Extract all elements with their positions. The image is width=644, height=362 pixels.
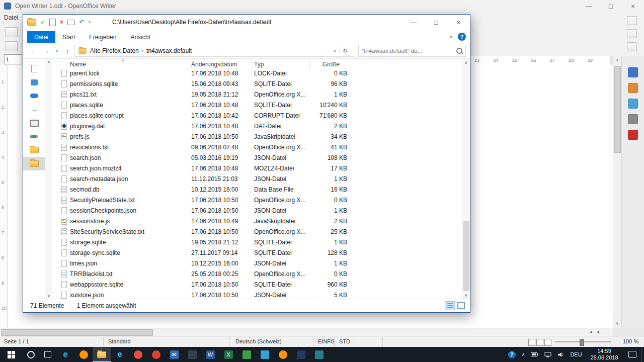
tray-help-button[interactable]: ? xyxy=(505,347,518,362)
list-scroll-down-icon[interactable]: ∨ xyxy=(462,293,470,298)
writer-minimize-icon[interactable]: — xyxy=(578,0,600,12)
list-scroll-thumb[interactable] xyxy=(463,221,469,291)
tray-language-indicator[interactable]: DEU xyxy=(568,347,585,362)
table-row[interactable]: webappsstore.sqlite 17.06.2018 10:50 SQL… xyxy=(52,279,462,290)
tab-ansicht[interactable]: Ansicht xyxy=(123,31,157,43)
taskbar-app-app-dark[interactable] xyxy=(183,347,201,362)
taskbar-app-edge[interactable]: e xyxy=(56,347,74,362)
writer-toolbar-icon-1[interactable] xyxy=(6,27,18,37)
table-row[interactable]: pkcs11.txt 19.05.2018 21:12 OpenOffice.o… xyxy=(52,89,462,100)
writer-scroll-up-icon[interactable]: ∧ xyxy=(613,56,621,64)
show-desktop-button[interactable] xyxy=(641,347,644,362)
nav-item-folder-tn4awsax-default[interactable] xyxy=(23,157,45,170)
writer-status-select-mode[interactable]: STD xyxy=(339,338,350,344)
tab-start[interactable]: Start xyxy=(55,31,82,43)
sidebar-gallery-icon[interactable] xyxy=(628,83,638,93)
nav-pane-scrollbar[interactable]: ∧ ∨ xyxy=(45,59,52,299)
table-row[interactable]: storage.sqlite 19.05.2018 21:12 SQLITE-D… xyxy=(52,237,462,247)
search-box[interactable]: "tn4awsax.default" du... xyxy=(358,45,466,57)
back-icon[interactable]: ← xyxy=(27,45,39,57)
writer-scroll-right-icon[interactable]: ► xyxy=(595,328,603,336)
table-row[interactable]: sessionCheckpoints.json 17.06.2018 10:50… xyxy=(52,205,462,216)
table-row[interactable]: storage-sync.sqlite 27.11.2017 09:14 SQL… xyxy=(52,247,462,258)
explorer-titlebar[interactable]: ✓ × ↶ ∨ C:\Users\User\Desktop\Alte Firef… xyxy=(23,15,470,30)
explorer-close-icon[interactable]: × xyxy=(447,15,470,30)
taskbar-app-firefox[interactable] xyxy=(74,347,93,362)
table-row[interactable]: secmod.db 10.12.2015 16:00 Data Base Fil… xyxy=(52,184,462,195)
sidebar-validity-icon[interactable] xyxy=(628,130,638,140)
table-row[interactable]: search-metadata.json 11.12.2015 21:03 JS… xyxy=(52,173,462,184)
copy-icon[interactable] xyxy=(49,19,56,26)
nav-item-network[interactable] xyxy=(23,130,45,143)
forward-icon[interactable]: → xyxy=(40,45,52,57)
taskbar-app-app-teal[interactable] xyxy=(310,347,328,362)
multi-page-view-icon[interactable] xyxy=(536,339,543,346)
writer-status-insert-mode[interactable]: EINFG xyxy=(318,338,335,344)
table-row[interactable]: TRRBlacklist.txt 25.05.2018 00:25 OpenOf… xyxy=(52,268,462,279)
writer-status-language[interactable]: Deutsch (Schweiz) xyxy=(235,338,282,344)
recent-locations-icon[interactable]: ∨ xyxy=(53,45,60,57)
tab-freigeben[interactable]: Freigeben xyxy=(82,31,123,43)
table-row[interactable]: times.json 10.12.2015 16:00 JSON-Datei 1… xyxy=(52,258,462,268)
taskbar-search-button[interactable] xyxy=(22,347,39,362)
breadcrumb-separator-icon[interactable]: › xyxy=(142,48,143,54)
tray-volume-button[interactable] xyxy=(554,347,568,362)
table-row[interactable]: SecurityPreloadState.txt 17.06.2018 10:5… xyxy=(52,195,462,205)
single-page-view-icon[interactable] xyxy=(528,339,535,346)
table-row[interactable]: search.json 05.03.2016 19:19 JSON-Datei … xyxy=(52,152,462,163)
taskbar-app-internet-explorer[interactable]: e xyxy=(111,347,129,362)
table-row[interactable]: revocations.txt 09.06.2018 07:48 OpenOff… xyxy=(52,142,462,152)
taskbar-app-mail[interactable]: ✉ xyxy=(165,347,183,362)
taskbar-app-app-green[interactable] xyxy=(237,347,256,362)
writer-zoom-icon[interactable] xyxy=(627,42,637,51)
breadcrumb-current[interactable]: tn4awsax.default xyxy=(146,47,192,54)
table-row[interactable]: permissions.sqlite 15.06.2018 09:43 SQLI… xyxy=(52,78,462,89)
up-icon[interactable]: ↑ xyxy=(61,45,73,57)
file-list-scrollbar[interactable]: ∧ ∨ xyxy=(462,59,470,299)
properties-check-icon[interactable]: ✓ xyxy=(40,19,45,26)
address-box[interactable]: Alte Firefox-Daten › tn4awsax.default ∨ … xyxy=(74,45,354,57)
nav-item-onedrive[interactable] xyxy=(23,89,45,103)
writer-horizontal-scrollbar[interactable]: ◄ ► xyxy=(0,328,613,336)
start-button[interactable] xyxy=(0,347,22,362)
taskbar-app-firefox-2[interactable] xyxy=(274,347,292,362)
zoom-slider-thumb[interactable] xyxy=(580,339,584,346)
tray-clock[interactable]: 14:59 25.06.2018 xyxy=(585,347,624,362)
table-row[interactable]: pluginreg.dat 17.06.2018 10:48 DAT-Datei… xyxy=(52,121,462,131)
taskbar-app-app-red[interactable] xyxy=(147,347,165,362)
writer-hscroll-thumb[interactable] xyxy=(1,329,153,336)
delete-icon[interactable]: × xyxy=(60,19,63,26)
sidebar-templates-icon[interactable] xyxy=(628,114,638,124)
writer-maximize-icon[interactable]: □ xyxy=(600,0,622,12)
sidebar-properties-icon[interactable] xyxy=(628,67,638,77)
breadcrumb-parent[interactable]: Alte Firefox-Daten xyxy=(90,47,139,54)
taskbar-app-chrome[interactable] xyxy=(129,347,147,362)
notification-center-button[interactable] xyxy=(624,347,641,362)
table-row[interactable]: xulstore.json 17.06.2018 10:50 JSON-Date… xyxy=(52,290,462,299)
taskbar-app-keyboard[interactable] xyxy=(256,347,274,362)
table-row[interactable]: places.sqlite 17.06.2018 10:48 SQLITE-Da… xyxy=(52,100,462,110)
writer-navigator-icon[interactable] xyxy=(627,29,637,38)
writer-gallery-icon[interactable] xyxy=(627,16,637,25)
nav-item-folder-alte-firefox-daten[interactable] xyxy=(23,143,45,157)
table-row[interactable]: sessionstore.js 17.06.2018 10:49 JavaSkr… xyxy=(52,216,462,226)
writer-vscroll-thumb[interactable] xyxy=(614,66,621,153)
explorer-minimize-icon[interactable]: — xyxy=(402,15,425,30)
tray-show-hidden-icons[interactable]: ∧ xyxy=(518,347,528,362)
ribbon-collapse-icon[interactable]: ∨ xyxy=(449,34,453,39)
list-scroll-up-icon[interactable]: ∧ xyxy=(462,60,470,65)
nav-item-recent-file[interactable] xyxy=(23,62,45,75)
nav-scroll-down-icon[interactable]: ∨ xyxy=(45,294,52,298)
writer-status-zoom[interactable]: 100 % xyxy=(623,338,638,344)
search-input[interactable]: "tn4awsax.default" du... xyxy=(362,48,456,54)
task-view-button[interactable] xyxy=(39,347,56,362)
nav-item-quick-access[interactable] xyxy=(23,75,45,89)
tray-network-button[interactable] xyxy=(541,347,554,362)
sidebar-navigator-icon[interactable] xyxy=(628,99,638,109)
writer-vertical-scrollbar[interactable]: ∧ ∨ xyxy=(613,56,621,328)
writer-status-style[interactable]: Standard xyxy=(108,338,131,344)
refresh-icon[interactable]: ↻ xyxy=(339,47,351,54)
tray-battery-button[interactable] xyxy=(528,347,541,362)
writer-scroll-down-icon[interactable]: ∨ xyxy=(613,320,621,328)
book-view-icon[interactable] xyxy=(544,339,551,346)
